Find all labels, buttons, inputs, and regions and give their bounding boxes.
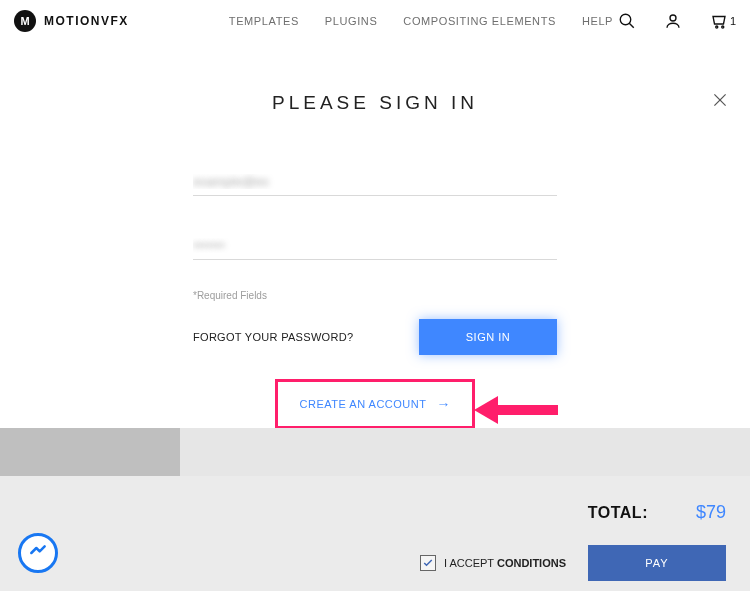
- checkout-bar: TOTAL: $79 I ACCEPT CONDITIONS PAY: [0, 476, 750, 591]
- cart-count: 1: [730, 15, 736, 27]
- divider-band: [0, 428, 750, 476]
- svg-point-0: [620, 14, 631, 25]
- total-row: TOTAL: $79: [0, 502, 726, 523]
- logo-letter: M: [20, 15, 29, 27]
- header-right: 1: [618, 12, 736, 30]
- forgot-password-link[interactable]: FORGOT YOUR PASSWORD?: [193, 331, 353, 343]
- signin-button[interactable]: SIGN IN: [419, 319, 557, 355]
- search-icon[interactable]: [618, 12, 636, 30]
- accept-conditions[interactable]: I ACCEPT CONDITIONS: [420, 555, 566, 571]
- svg-point-2: [670, 15, 676, 21]
- accept-text: I ACCEPT CONDITIONS: [444, 557, 566, 569]
- required-note: *Required Fields: [193, 290, 557, 301]
- signin-modal: PLEASE SIGN IN *Required Fields FORGOT Y…: [0, 42, 750, 428]
- accept-bold: CONDITIONS: [497, 557, 566, 569]
- arrow-right-icon: →: [436, 396, 450, 412]
- create-account-label: CREATE AN ACCOUNT: [300, 398, 427, 410]
- logo[interactable]: M MOTIONVFX: [14, 10, 129, 32]
- accept-prefix: I ACCEPT: [444, 557, 497, 569]
- accept-checkbox[interactable]: [420, 555, 436, 571]
- svg-point-4: [722, 26, 724, 28]
- header: M MOTIONVFX TEMPLATES PLUGINS COMPOSITIN…: [0, 0, 750, 42]
- nav-plugins[interactable]: PLUGINS: [325, 15, 378, 27]
- annotation-arrow-icon: [470, 392, 560, 432]
- total-amount: $79: [696, 502, 726, 523]
- main-nav: TEMPLATES PLUGINS COMPOSITING ELEMENTS H…: [229, 15, 613, 27]
- cart-button[interactable]: 1: [710, 12, 736, 30]
- svg-point-3: [716, 26, 718, 28]
- create-account-button[interactable]: CREATE AN ACCOUNT →: [275, 379, 476, 429]
- nav-help[interactable]: HELP: [582, 15, 613, 27]
- total-label: TOTAL:: [588, 504, 648, 522]
- signin-form: *Required Fields FORGOT YOUR PASSWORD? S…: [193, 170, 557, 429]
- brand-name: MOTIONVFX: [44, 14, 129, 28]
- email-field[interactable]: [193, 170, 557, 196]
- messenger-icon[interactable]: [18, 533, 58, 573]
- pay-row: I ACCEPT CONDITIONS PAY: [0, 545, 726, 581]
- close-icon[interactable]: [712, 92, 728, 112]
- account-icon[interactable]: [664, 12, 682, 30]
- divider-inner: [180, 428, 750, 476]
- password-field[interactable]: [193, 234, 557, 260]
- modal-title: PLEASE SIGN IN: [0, 92, 750, 114]
- svg-line-1: [629, 23, 634, 28]
- form-actions: FORGOT YOUR PASSWORD? SIGN IN: [193, 319, 557, 355]
- nav-compositing[interactable]: COMPOSITING ELEMENTS: [403, 15, 556, 27]
- cart-icon: [710, 12, 728, 30]
- pay-button[interactable]: PAY: [588, 545, 726, 581]
- logo-icon: M: [14, 10, 36, 32]
- nav-templates[interactable]: TEMPLATES: [229, 15, 299, 27]
